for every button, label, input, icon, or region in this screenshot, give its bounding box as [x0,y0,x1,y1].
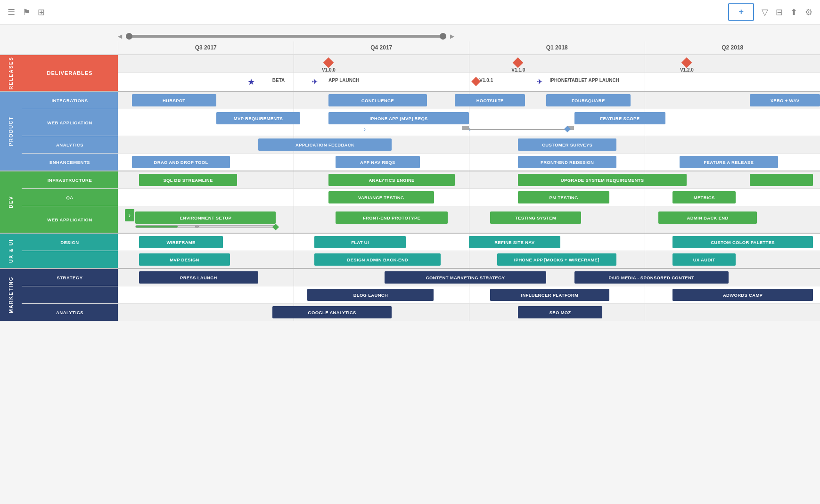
product-analytics-gantt: APPLICATION FEEDBACK CUSTOMER SURVEYS [118,136,820,153]
releases-row-2: ★ BETA ✈ APP LAUNCH V1.0.1 ✈ IPHONE/TABL… [118,73,820,91]
product-section: PRODUCT INTEGRATIONS HUBSPOT CONFLUENCE … [0,91,820,171]
ux-group-label: UX & UI [0,234,22,268]
milestone-v101-label: V1.0.1 [479,78,493,83]
settings-icon[interactable]: ⚙ [805,7,812,17]
filter-icon[interactable]: ▽ [762,7,768,17]
product-row-enhancements: ENHANCEMENTS DRAG AND DROP TOOL APP NAV … [22,154,820,171]
bar-xero: XERO + WAV [750,94,820,106]
bar-paid-media: PAID MEDIA - SPONSORED CONTENT [574,271,729,284]
bar-feature-a: FEATURE A RELEASE [680,156,778,168]
product-group-label: PRODUCT [0,92,22,171]
marketing-strategy-label: STRATEGY [22,269,118,286]
marketing-group-label: MARKETING [0,269,22,321]
product-webapp-gantt: MVP REQUIREMENTS IPHONE APP [MVP] REQS F… [118,109,820,136]
dev-rows: INFRASTRUCTURE SQL DB STREAMLINE ANALYTI… [22,171,820,233]
bar-influencer: INFLUENCER PLATFORM [490,289,609,301]
dev-row-infrastructure: INFRASTRUCTURE SQL DB STREAMLINE ANALYTI… [22,171,820,189]
milestone-v120-label: V1.2.0 [680,67,694,73]
bar-foursquare: FOURSQUARE [546,94,631,106]
releases-group-label: RELEASES [0,55,22,91]
dev-webapp-label: WEB APPLICATION [22,206,118,233]
milestone-v100-diamond [323,57,334,68]
bar-mvp-req: MVP REQUIREMENTS [216,112,301,124]
quarter-q1: Q1 2018 [469,41,645,54]
bar-blog-launch: BLOG LAUNCH [307,289,434,301]
product-row-webapp: WEB APPLICATION MVP REQUIREMENTS IPHONE … [22,109,820,136]
bar-analytics-engine: ANALYTICS ENGINE [328,174,455,186]
dev-qa-gantt: VARIANCE TESTING PM TESTING METRICS [118,189,820,206]
marketing-analytics-label: ANALYTICS [22,304,118,321]
ux-design2-gantt: MVP DESIGN DESIGN ADMIN BACK-END IPHONE … [118,251,820,268]
product-integrations-gantt: HUBSPOT CONFLUENCE HOOTSUITE FOURSQUARE … [118,92,820,109]
product-row-analytics: ANALYTICS APPLICATION FEEDBACK CUSTOMER … [22,136,820,154]
bar-hubspot: HUBSPOT [132,94,216,106]
bar-customer-surveys: CUSTOMER SURVEYS [518,138,616,151]
ux-design2-label [22,251,118,268]
marketing-rows: STRATEGY PRESS LAUNCH CONTENT MARKETING … [22,269,820,321]
bar-flat-ui: FLAT UI [314,236,406,248]
marketing-row-strategy2: BLOG LAUNCH INFLUENCER PLATFORM ADWORDS … [22,286,820,304]
marketing-strategy2-label [22,286,118,303]
bar-press-launch: PRESS LAUNCH [139,271,258,284]
slider-left-arrow[interactable]: ◀ [118,33,122,40]
product-analytics-label: ANALYTICS [22,136,118,153]
slider-handle-left[interactable] [126,33,132,40]
slider-track[interactable] [126,35,446,38]
bar-ux-audit: UX AUDIT [672,253,736,266]
ux-rows: DESIGN WIREFRAME FLAT UI REFINE SITE NAV… [22,234,820,268]
milestone-v100-label: V1.0.0 [322,67,336,73]
bar-iphone-mvp-reqs: IPHONE APP [MVP] REQS [328,112,469,124]
bar-app-nav: APP NAV REQS [336,156,420,168]
quarter-q2: Q2 2018 [645,41,820,54]
bar-confluence: CONFLUENCE [328,94,427,106]
dev-webapp-pencil-icon: ✏ [195,224,199,230]
bar-iphone-mocks: IPHONE APP [MOCKS + WIREFRAME] [497,253,616,266]
bar-variance: VARIANCE TESTING [328,191,434,203]
bar-drag-drop: DRAG AND DROP TOOL [132,156,230,168]
product-integrations-label: INTEGRATIONS [22,92,118,109]
dev-infrastructure-label: INFRASTRUCTURE [22,171,118,188]
dev-group-label: DEV [0,171,22,233]
bar-design-admin: DESIGN ADMIN BACK-END [314,253,441,266]
bar-feature-scope: FEATURE SCOPE [574,112,666,124]
milestone-iphone-launch-icon: ✈ [536,77,542,86]
slider-container: ◀ ▶ [0,29,820,41]
milestone-v110-diamond [513,57,524,68]
releases-sub-label: DELIVERABLES [22,55,118,91]
bar-custom-colors: CUSTOM COLOR PALETTES [672,236,813,248]
ux-row-design: DESIGN WIREFRAME FLAT UI REFINE SITE NAV… [22,234,820,251]
bar-sql: SQL DB STREAMLINE [139,174,238,186]
ux-section: UX & UI DESIGN WIREFRAME FLAT UI REFINE … [0,233,820,268]
export-icon[interactable]: ⬆ [790,7,797,17]
releases-left: RELEASES DELIVERABLES [0,55,118,91]
bar-adwords: ADWORDS CAMP [672,289,813,301]
columns-icon[interactable]: ⊟ [776,7,783,17]
network-icon[interactable]: ⊞ [38,7,45,17]
slider-handle-right[interactable] [440,33,446,40]
quarter-q4: Q4 2017 [294,41,469,54]
bar-metrics: METRICS [672,191,736,203]
dev-section: DEV INFRASTRUCTURE SQL DB STREAMLINE ANA… [0,171,820,233]
bar-wireframe: WIREFRAME [139,236,223,248]
product-webapp-label: WEB APPLICATION [22,109,118,136]
list-icon[interactable]: ☰ [8,7,15,17]
slider-right-arrow[interactable]: ▶ [450,33,454,40]
dev-row-webapp: WEB APPLICATION › ENVIRONMENT SETUP FRON… [22,206,820,233]
dev-webapp-gantt: › ENVIRONMENT SETUP FRONT-END PROTOTYPE … [118,206,820,233]
bar-app-feedback: APPLICATION FEEDBACK [258,138,392,151]
bar-content-marketing: CONTENT MARKETING STRATEGY [385,271,546,284]
dev-webapp-progress-bar [135,225,276,228]
product-enhancements-label: ENHANCEMENTS [22,154,118,171]
milestone-beta-label: BETA [272,78,285,83]
releases-section: RELEASES DELIVERABLES V1.0.0 V1.1.0 V1.2… [0,54,820,91]
dev-infrastructure-gantt: SQL DB STREAMLINE ANALYTICS ENGINE UPGRA… [118,171,820,188]
flag-icon[interactable]: ⚑ [23,7,30,17]
bar-upgrade-sys: UPGRADE SYSTEM REQUIREMENTS [518,174,687,186]
ux-design-gantt: WIREFRAME FLAT UI REFINE SITE NAV CUSTOM… [118,234,820,251]
add-button[interactable]: + [728,3,754,21]
marketing-section: MARKETING STRATEGY PRESS LAUNCH CONTENT … [0,268,820,321]
product-rows: INTEGRATIONS HUBSPOT CONFLUENCE HOOTSUIT… [22,92,820,171]
milestone-beta-icon: ★ [247,77,255,87]
toolbar: ☰ ⚑ ⊞ + ▽ ⊟ ⬆ ⚙ [0,0,820,24]
bar-upgrade-sys-ext [750,174,813,186]
